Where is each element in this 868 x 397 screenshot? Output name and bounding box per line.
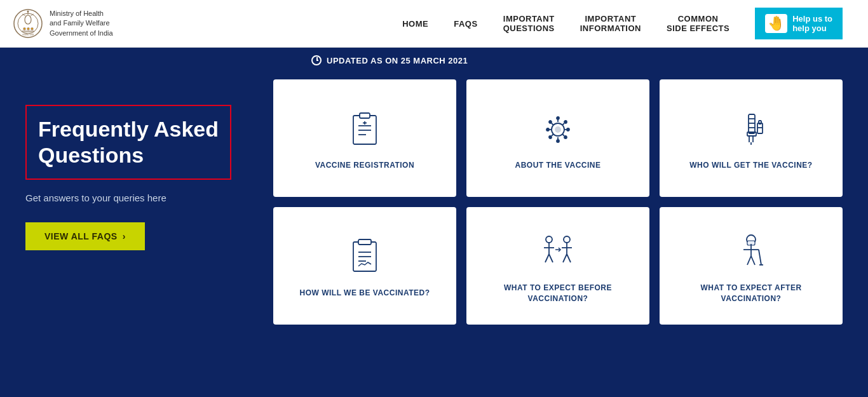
- card-about-vaccine[interactable]: ABOUT THE VACCINE: [466, 79, 649, 197]
- virus-icon: [539, 109, 577, 150]
- grid-panel: VACCINE REGISTRATION: [273, 79, 843, 325]
- svg-rect-8: [22, 30, 34, 32]
- form-icon: [346, 237, 384, 278]
- svg-line-31: [552, 134, 553, 136]
- elderly-person-icon: [732, 232, 770, 273]
- emblem-icon: 🦁 🦁 🦁 सत्यमेव जयते: [13, 8, 43, 39]
- svg-line-33: [562, 134, 564, 136]
- svg-line-54: [545, 254, 549, 262]
- card-after-vaccination[interactable]: WHAT TO EXPECT AFTER VACCINATION?: [660, 207, 843, 325]
- logo: 🦁 🦁 🦁 सत्यमेव जयते Ministry of Health an…: [13, 8, 113, 39]
- help-btn-label: Help us tohelp you: [792, 14, 832, 33]
- svg-line-60: [563, 254, 567, 262]
- svg-point-34: [564, 136, 567, 138]
- card-who-will-get[interactable]: WHO WILL GET THE VACCINE?: [660, 79, 843, 197]
- svg-text:🦁 🦁 🦁: 🦁 🦁 🦁: [23, 27, 34, 30]
- clipboard-icon: [346, 109, 384, 150]
- view-btn-label: VIEW ALL FAQS: [44, 231, 118, 241]
- svg-rect-44: [759, 121, 761, 124]
- clock-icon: [311, 55, 322, 65]
- nav-important-information[interactable]: IMPORTANTINFORMATION: [580, 14, 641, 33]
- view-all-faqs-button[interactable]: VIEW ALL FAQS ›: [25, 222, 145, 250]
- svg-point-26: [567, 128, 569, 131]
- update-bar: UPDATED AS ON 25 MARCH 2021: [0, 48, 868, 73]
- faq-subtitle: Get answers to your queries here: [25, 192, 254, 203]
- card-vaccine-registration[interactable]: VACCINE REGISTRATION: [273, 79, 456, 197]
- header: 🦁 🦁 🦁 सत्यमेव जयते Ministry of Health an…: [0, 0, 868, 48]
- svg-line-61: [567, 254, 571, 262]
- nav-faqs[interactable]: FAQs: [454, 19, 477, 29]
- main-nav: HOME FAQs IMPORTANTQUESTIONS IMPORTANTIN…: [402, 8, 843, 39]
- svg-point-20: [557, 117, 559, 119]
- faq-title-box: Frequently AskedQuestions: [25, 105, 231, 180]
- card-label-about-vaccine: ABOUT THE VACCINE: [515, 160, 601, 171]
- svg-point-51: [546, 236, 552, 243]
- svg-line-27: [552, 123, 553, 125]
- card-before-vaccination[interactable]: WHAT TO EXPECT BEFORE VACCINATION?: [466, 207, 649, 325]
- content-area: Frequently AskedQuestions Get answers to…: [0, 73, 868, 344]
- svg-line-67: [751, 256, 755, 265]
- card-label-how-vaccinated: HOW WILL WE BE VACCINATED?: [300, 288, 430, 299]
- cards-grid: VACCINE REGISTRATION: [273, 79, 843, 325]
- syringe-icon: [732, 109, 770, 150]
- svg-point-32: [549, 136, 552, 138]
- card-label-before-vaccination: WHAT TO EXPECT BEFORE VACCINATION?: [479, 283, 637, 304]
- update-text: UPDATED AS ON 25 MARCH 2021: [327, 56, 468, 65]
- main-content: UPDATED AS ON 25 MARCH 2021 Frequently A…: [0, 48, 868, 397]
- logo-text: Ministry of Health and Family Welfare Go…: [50, 9, 113, 38]
- svg-point-22: [557, 140, 559, 142]
- svg-rect-36: [747, 132, 756, 136]
- card-label-vaccine-registration: VACCINE REGISTRATION: [315, 160, 414, 171]
- help-button[interactable]: 🤚 Help us tohelp you: [755, 8, 843, 39]
- card-how-vaccinated[interactable]: HOW WILL WE BE VACCINATED?: [273, 207, 456, 325]
- left-panel: Frequently AskedQuestions Get answers to…: [25, 79, 254, 325]
- nav-important-questions[interactable]: IMPORTANTQUESTIONS: [503, 14, 555, 33]
- card-label-after-vaccination: WHAT TO EXPECT AFTER VACCINATION?: [672, 283, 830, 304]
- svg-point-18: [555, 127, 560, 132]
- svg-point-24: [546, 128, 549, 131]
- svg-point-30: [564, 121, 567, 123]
- svg-line-66: [747, 256, 751, 265]
- view-btn-arrow: ›: [123, 231, 126, 241]
- svg-rect-35: [749, 114, 755, 133]
- card-label-who-will-get: WHO WILL GET THE VACCINE?: [689, 160, 812, 171]
- hand-icon: 🤚: [765, 14, 787, 33]
- svg-rect-43: [757, 123, 763, 133]
- nav-home[interactable]: HOME: [402, 19, 428, 29]
- nav-common-side-effects[interactable]: COMMONSIDE EFFECTS: [667, 14, 729, 33]
- svg-line-29: [562, 123, 564, 125]
- svg-line-68: [759, 250, 761, 265]
- svg-rect-11: [360, 113, 370, 118]
- svg-point-28: [549, 121, 552, 123]
- svg-point-57: [564, 236, 570, 243]
- svg-point-4: [27, 11, 29, 13]
- svg-line-55: [549, 254, 553, 262]
- svg-text:सत्यमेव जयते: सत्यमेव जयते: [22, 33, 34, 36]
- faq-title: Frequently AskedQuestions: [38, 116, 219, 168]
- svg-rect-47: [358, 239, 371, 245]
- people-distance-icon: [539, 232, 577, 273]
